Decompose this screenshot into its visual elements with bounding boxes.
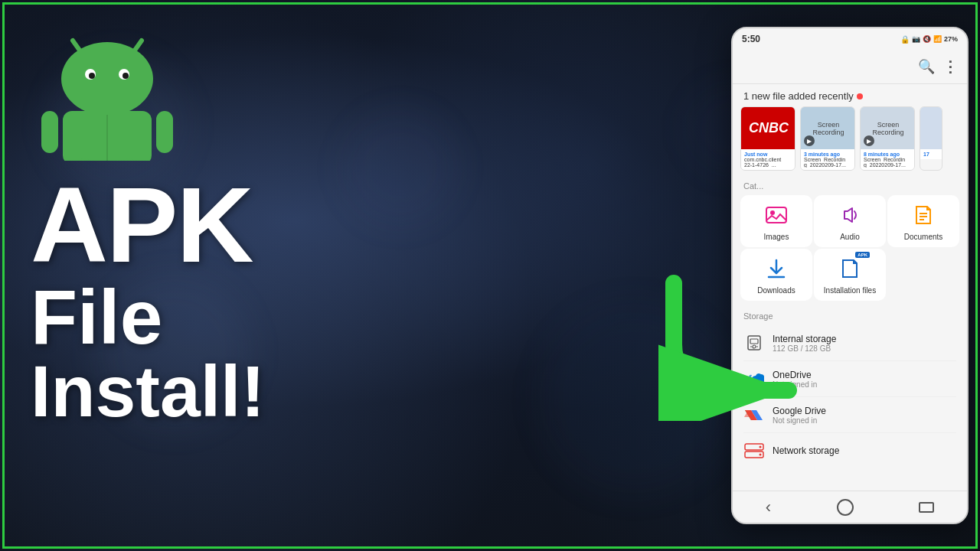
categories-label: Cat...: [733, 178, 967, 195]
file-name-screen2b: g_20220209-17...: [864, 162, 911, 168]
file-info-screen3: 17: [920, 149, 942, 159]
category-documents[interactable]: Documents: [887, 195, 959, 247]
file-time-cnbc: Just now: [744, 152, 792, 157]
file-thumb-screen1[interactable]: Screen Recording ▶ 3 minutes ago Screen_…: [800, 106, 855, 171]
file-name-screen1: Screen_Recordin: [804, 157, 851, 162]
nav-bar: ‹: [733, 491, 967, 523]
lock-icon: 🔒: [900, 35, 910, 44]
file-thumb-screen3-img: [920, 107, 942, 149]
android-logo-icon: [31, 23, 184, 161]
new-file-text: 1 new file added recently: [743, 90, 854, 102]
status-icons: 🔒 📷 🔇 📶 27%: [900, 35, 958, 44]
status-time: 5:50: [742, 34, 760, 44]
documents-icon: [910, 201, 937, 229]
mute-icon: 🔇: [923, 35, 931, 43]
svg-point-5: [89, 73, 95, 79]
file-time-screen1: 3 minutes ago: [804, 152, 851, 157]
file-thumb-screen1-img: Screen Recording ▶: [801, 107, 855, 149]
new-file-banner: 1 new file added recently: [733, 84, 967, 106]
network-storage-info: Network storage: [773, 445, 839, 456]
file-thumb-cnbc[interactable]: CNBC Just now com.cnbc.client 22-1-4726_…: [740, 106, 795, 171]
camera-icon: 📷: [912, 35, 920, 43]
file-info-cnbc: Just now com.cnbc.client 22-1-4726_...: [741, 149, 795, 170]
nav-back-button[interactable]: ‹: [766, 497, 771, 517]
svg-rect-14: [766, 207, 786, 223]
main-title-install: Install!: [31, 355, 475, 428]
audio-icon: [836, 201, 864, 229]
more-options-icon[interactable]: ⋮: [942, 57, 958, 76]
status-bar: 5:50 🔒 📷 🔇 📶 27%: [733, 28, 967, 50]
file-name-screen1b: g_20220209-17...: [804, 162, 851, 168]
nav-home-button[interactable]: [837, 499, 854, 516]
file-info-screen1: 3 minutes ago Screen_Recordin g_20220209…: [801, 149, 854, 170]
signal-icon: 📶: [933, 35, 942, 43]
file-info-screen2: 8 minutes ago Screen_Recordin g_20220209…: [861, 149, 914, 170]
play-icon-2: ▶: [864, 135, 874, 146]
images-label: Images: [764, 233, 789, 241]
documents-label: Documents: [904, 233, 943, 241]
file-name-cnbc: com.cnbc.client: [744, 157, 792, 162]
app-header: 🔍 ⋮: [733, 50, 967, 84]
file-thumb-cnbc-img: CNBC: [741, 107, 795, 149]
green-arrow-icon: [658, 268, 827, 424]
file-time-screen3: 17: [923, 152, 939, 157]
file-name-cnbc2: 22-1-4726_...: [744, 162, 792, 168]
network-storage-icon: [743, 440, 765, 461]
recent-files-row: CNBC Just now com.cnbc.client 22-1-4726_…: [733, 106, 967, 178]
battery-text: 27%: [944, 35, 958, 43]
left-panel: APK File Install!: [31, 23, 475, 428]
file-time-screen2: 8 minutes ago: [864, 152, 911, 157]
main-title-file: File: [31, 279, 475, 355]
category-audio[interactable]: Audio: [814, 195, 886, 247]
network-storage-name: Network storage: [773, 445, 839, 456]
storage-network[interactable]: Network storage: [743, 433, 956, 468]
svg-point-27: [760, 446, 762, 448]
file-thumb-screen2[interactable]: Screen Recording ▶ 8 minutes ago Screen_…: [860, 106, 915, 171]
nav-recents-button[interactable]: [919, 502, 934, 513]
search-icon[interactable]: 🔍: [918, 58, 935, 75]
svg-point-15: [770, 210, 775, 215]
apk-badge: APK: [855, 252, 870, 258]
svg-rect-9: [156, 111, 173, 153]
installation-icon: APK: [836, 255, 864, 282]
images-icon: [763, 201, 790, 229]
svg-point-2: [61, 42, 153, 116]
installation-label: Installation files: [824, 286, 876, 295]
category-images[interactable]: Images: [740, 195, 812, 247]
svg-rect-8: [41, 111, 58, 153]
svg-point-28: [760, 454, 762, 456]
audio-label: Audio: [840, 233, 860, 241]
svg-point-6: [122, 73, 129, 79]
main-title-apk: APK: [31, 171, 475, 279]
file-name-screen2: Screen_Recordin: [864, 157, 911, 162]
notification-dot: [857, 93, 863, 99]
file-thumb-screen3[interactable]: 17: [920, 106, 942, 171]
file-thumb-screen2-img: Screen Recording ▶: [861, 107, 915, 149]
play-icon-1: ▶: [804, 135, 815, 146]
